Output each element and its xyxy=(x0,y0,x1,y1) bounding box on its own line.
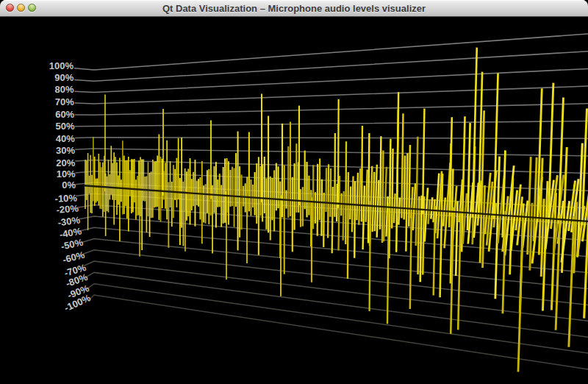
axis-tick-label: 50% xyxy=(55,121,74,132)
app-window: Qt Data Visualization – Microphone audio… xyxy=(0,0,588,384)
spike-up xyxy=(397,92,398,212)
axis-tick-label: 60% xyxy=(55,109,74,120)
audio-bar xyxy=(431,197,432,218)
axis-tick-label: 90% xyxy=(54,72,74,83)
window-title: Qt Data Visualization – Microphone audio… xyxy=(0,3,588,14)
visualization-canvas[interactable]: 100%90%80%70%60%50%40%30%20%10%0%-10%-20… xyxy=(0,17,588,384)
audio-bar xyxy=(420,196,422,282)
axis-tick-label: -20% xyxy=(56,202,79,216)
audio-bar xyxy=(332,187,333,253)
audio-bar xyxy=(392,149,392,229)
grid-line xyxy=(88,295,588,369)
audio-bar xyxy=(350,186,351,219)
audio-bar xyxy=(359,168,360,225)
grid-line xyxy=(75,104,588,115)
audio-bar xyxy=(380,136,381,229)
grid-line xyxy=(75,138,588,138)
audio-bar xyxy=(362,126,362,221)
audio-bar xyxy=(345,141,346,244)
audio-bar xyxy=(354,181,355,258)
axis-tick-label: 80% xyxy=(55,84,74,95)
zoom-button[interactable] xyxy=(28,4,36,12)
audio-bar xyxy=(483,185,485,268)
axis-tick-label: 70% xyxy=(55,96,74,107)
title-bar[interactable]: Qt Data Visualization – Microphone audio… xyxy=(0,0,588,17)
axis-tick-label: 10% xyxy=(57,168,76,179)
grid-line xyxy=(75,149,588,156)
audio-bar xyxy=(356,173,358,221)
spike-down xyxy=(370,202,370,311)
spike-down xyxy=(569,216,574,347)
audio-bars xyxy=(85,110,588,319)
axis-tick-label: 30% xyxy=(56,145,75,156)
audio-bar xyxy=(429,199,430,224)
grid-line xyxy=(75,121,588,127)
audio-bar xyxy=(328,164,329,238)
spike-up xyxy=(338,99,339,208)
audio-bar xyxy=(409,145,410,227)
audio-bar xyxy=(404,156,405,220)
spike-down xyxy=(458,208,461,330)
close-button[interactable] xyxy=(6,4,14,12)
audio-bar xyxy=(363,185,365,249)
axis-tick-label: 100% xyxy=(49,60,74,71)
axis-tick-label: 0% xyxy=(62,179,76,191)
spike-down xyxy=(410,205,412,309)
audio-bar xyxy=(337,184,337,221)
audio-bar xyxy=(418,196,420,274)
audio-bar xyxy=(382,150,383,242)
audio-bar xyxy=(401,113,403,218)
audio-bar xyxy=(330,168,331,217)
audio-bar xyxy=(326,168,327,212)
grid-line xyxy=(74,86,588,104)
audio-bar xyxy=(323,193,324,247)
grid-line xyxy=(84,261,588,321)
minimize-button[interactable] xyxy=(17,4,25,12)
audio-bar xyxy=(377,180,379,238)
grid-line xyxy=(74,34,588,70)
axis-tick-label: 20% xyxy=(56,157,75,168)
audio-bar xyxy=(373,172,375,232)
grid-line xyxy=(87,284,588,353)
audio-bar xyxy=(321,179,322,236)
audio-bar xyxy=(343,191,344,241)
audio-bar xyxy=(398,198,400,225)
audio-bar xyxy=(366,170,368,222)
axis-tick-label: 40% xyxy=(56,133,75,144)
traffic-lights xyxy=(6,4,36,12)
audio-bar xyxy=(386,196,387,236)
audio-bar xyxy=(348,172,348,279)
grid-line xyxy=(82,250,588,305)
audio-bar xyxy=(368,133,369,243)
